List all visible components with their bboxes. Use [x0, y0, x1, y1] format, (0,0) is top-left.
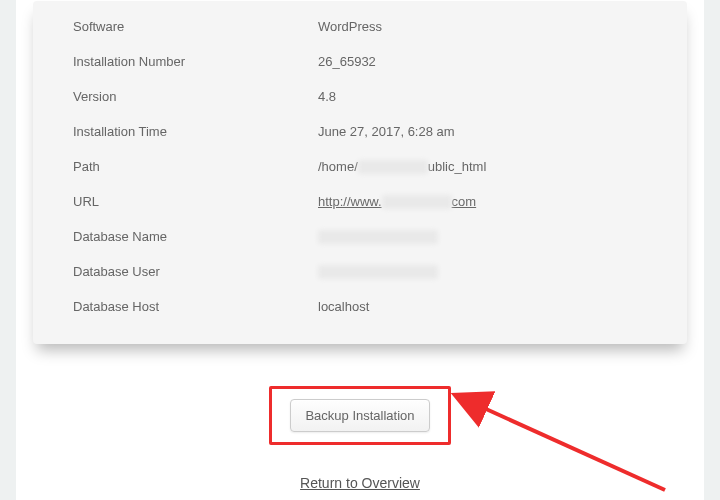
url-suffix: com [452, 194, 477, 209]
redacted-span [382, 195, 452, 209]
label-installation-time: Installation Time [73, 124, 318, 139]
label-installation-number: Installation Number [73, 54, 318, 69]
value-version: 4.8 [318, 89, 647, 104]
highlight-box: Backup Installation [269, 386, 450, 445]
value-installation-time: June 27, 2017, 6:28 am [318, 124, 647, 139]
value-path: /home/ublic_html [318, 159, 647, 175]
label-software: Software [73, 19, 318, 34]
row-path: Path /home/ublic_html [73, 149, 647, 184]
row-url: URL http://www.com [73, 184, 647, 219]
row-db-host: Database Host localhost [73, 289, 647, 324]
installation-details-card: Software WordPress Installation Number 2… [33, 1, 687, 344]
row-installation-number: Installation Number 26_65932 [73, 44, 647, 79]
row-installation-time: Installation Time June 27, 2017, 6:28 am [73, 114, 647, 149]
row-software: Software WordPress [73, 9, 647, 44]
return-overview-link[interactable]: Return to Overview [33, 475, 687, 491]
label-db-user: Database User [73, 264, 318, 279]
row-db-name: Database Name [73, 219, 647, 254]
value-db-user [318, 264, 647, 280]
backup-installation-button[interactable]: Backup Installation [290, 399, 429, 432]
value-software: WordPress [318, 19, 647, 34]
value-db-name [318, 229, 647, 245]
path-prefix: /home/ [318, 159, 358, 174]
row-db-user: Database User [73, 254, 647, 289]
label-db-name: Database Name [73, 229, 318, 244]
value-url: http://www.com [318, 194, 647, 210]
install-url-link[interactable]: http://www.com [318, 194, 476, 209]
path-suffix: ublic_html [428, 159, 487, 174]
redacted-span [358, 160, 428, 174]
url-prefix: http://www. [318, 194, 382, 209]
label-version: Version [73, 89, 318, 104]
label-db-host: Database Host [73, 299, 318, 314]
redacted-span [318, 230, 438, 244]
label-url: URL [73, 194, 318, 209]
value-installation-number: 26_65932 [318, 54, 647, 69]
label-path: Path [73, 159, 318, 174]
redacted-span [318, 265, 438, 279]
row-version: Version 4.8 [73, 79, 647, 114]
value-db-host: localhost [318, 299, 647, 314]
